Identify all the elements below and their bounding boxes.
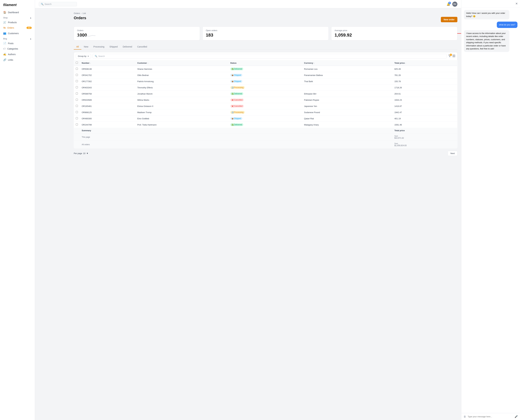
stat-value-avg-price: 1,059.92 <box>335 33 454 38</box>
cell-customer-0: Shana Hammes <box>135 66 228 72</box>
filter-button[interactable]: 0 <box>448 54 451 58</box>
next-button[interactable]: Next <box>448 151 457 156</box>
select-all-header[interactable] <box>74 60 80 66</box>
chat-message-2: I have access to the information about y… <box>464 30 509 52</box>
sidebar-item-dashboard[interactable]: 🏠 Dashboard <box>0 9 35 15</box>
cell-price-2: 155.78 <box>393 78 457 84</box>
row-checkbox-3[interactable] <box>76 86 78 88</box>
sidebar: filament 🏠 Dashboard Shop ▲ 🛒 Products 🛍… <box>0 0 35 420</box>
toolbar-icons: 0 <box>448 54 455 58</box>
row-checkbox-0[interactable] <box>76 68 78 70</box>
group-by-button[interactable]: Group by ▼ <box>76 54 91 59</box>
per-page-select[interactable]: Per page 10 ▼ <box>74 152 88 155</box>
stat-label-open-orders: Open orders <box>206 29 325 32</box>
tab-delivered[interactable]: Delivered <box>120 44 135 50</box>
toolbar-search[interactable]: 🔍 Search <box>93 54 447 59</box>
orders-badge: 222 <box>27 27 32 29</box>
table-row: OR589758 Jonathan Marvin ✅ Delivered Eth… <box>74 91 457 97</box>
cell-status-3: 🔄 Processing <box>228 84 302 91</box>
status-badge-9: ✅ Delivered <box>230 123 244 126</box>
row-checkbox-2[interactable] <box>76 80 78 82</box>
breadcrumb-parent[interactable]: Orders <box>74 12 80 15</box>
sidebar-item-label: Authors <box>8 53 15 56</box>
row-checkbox-9[interactable] <box>76 123 78 126</box>
table-row: OR177302 Patrick Armstrong 📦 Shipped Tha… <box>74 78 457 84</box>
status-badge-5: ❌ Cancelled <box>230 98 244 101</box>
tab-processing[interactable]: Processing <box>91 44 107 50</box>
per-page-label: Per page <box>74 152 82 155</box>
header-search-label: Search <box>45 3 52 5</box>
tab-all[interactable]: All <box>74 44 81 50</box>
cell-status-9: ✅ Delivered <box>228 122 302 128</box>
status-icon-2: 📦 <box>231 81 233 82</box>
col-header-currency[interactable]: Currency ↕ <box>302 60 392 66</box>
row-checkbox-6[interactable] <box>76 105 78 107</box>
cell-currency-8: Qatari Rial <box>302 115 392 122</box>
columns-toggle-button[interactable] <box>452 54 455 58</box>
chat-input[interactable] <box>468 415 513 418</box>
select-all-checkbox[interactable] <box>76 62 78 64</box>
sidebar-item-authors[interactable]: ✍ Authors <box>0 52 35 57</box>
chat-mic-button[interactable]: 🎤 <box>515 415 518 418</box>
sidebar-item-categories[interactable]: 🏷 Categories <box>0 46 35 52</box>
row-checkbox-5[interactable] <box>76 99 78 101</box>
chat-close-button[interactable]: ✕ <box>515 2 518 5</box>
new-order-button[interactable]: New order <box>441 17 457 22</box>
sidebar-item-orders[interactable]: 🛍 Orders 222 <box>0 25 35 30</box>
group-by-label: Group by <box>78 55 86 57</box>
search-icon: 🔍 <box>95 55 97 57</box>
table-toolbar: Group by ▼ 🔍 Search 0 <box>74 52 457 60</box>
pagination-row: Per page 10 ▼ Next <box>74 151 457 156</box>
status-icon-4: ✅ <box>231 93 233 95</box>
svg-rect-2 <box>454 55 455 57</box>
chevron-down-icon: ▼ <box>87 55 89 57</box>
all-orders-sum: Sum $1,059,924.83 <box>393 141 457 148</box>
cell-number-0: OR508138 <box>80 66 135 72</box>
chat-trash-button[interactable]: 🗑 <box>464 415 466 418</box>
sidebar-item-links[interactable]: 🔗 Links <box>0 57 35 63</box>
row-checkbox-8[interactable] <box>76 117 78 119</box>
sidebar-item-posts[interactable]: 📄 Posts <box>0 40 35 46</box>
status-badge-7: 🔄 Processing <box>230 111 245 114</box>
sidebar-item-label: Links <box>8 59 13 61</box>
row-checkbox-7[interactable] <box>76 111 78 113</box>
sidebar-item-products[interactable]: 🛒 Products <box>0 20 35 25</box>
home-icon: 🏠 <box>3 11 6 14</box>
red-arrow-annotation <box>457 33 461 34</box>
header-search[interactable]: 🔍 Search <box>39 2 77 6</box>
cell-currency-1: Panamanian Balboa <box>302 72 392 78</box>
col-header-customer[interactable]: Customer ↕ <box>135 60 228 66</box>
sidebar-item-label: Customers <box>8 32 19 35</box>
cell-price-5: 1934.23 <box>393 97 457 103</box>
cell-number-5: OR633589 <box>80 97 135 103</box>
tab-shipped[interactable]: Shipped <box>107 44 120 50</box>
tab-new[interactable]: New <box>81 44 91 50</box>
cell-customer-2: Patrick Armstrong <box>135 78 228 84</box>
col-header-number[interactable]: Number ↕ <box>80 60 135 66</box>
notifications-button[interactable]: 🔔 8 <box>447 2 450 6</box>
breadcrumb-current: List <box>83 12 86 15</box>
row-checkbox-1[interactable] <box>76 74 78 76</box>
status-badge-1: 📦 Shipped <box>230 74 242 76</box>
chat-input-row: 🗑 🎤 <box>461 413 520 420</box>
all-orders-label: All orders <box>80 141 302 148</box>
filter-badge: 0 <box>450 54 452 56</box>
col-header-total-price[interactable]: Total price ↕ <box>393 60 457 66</box>
table-row: OR633589 Wilma Marks ❌ Cancelled Pakista… <box>74 97 457 103</box>
stats-row: Orders 1000 Open orders 183 Average pric… <box>74 27 457 40</box>
main-content: Orders › List Orders New order Orders 10… <box>70 8 461 420</box>
row-checkbox-4[interactable] <box>76 92 78 95</box>
columns-icon <box>452 54 455 57</box>
status-badge-3: 🔄 Processing <box>230 86 245 89</box>
chevron-up-icon: ▲ <box>30 17 32 19</box>
table-row: OR490300 Eino Gottlieb 📦 Shipped Qatari … <box>74 115 457 122</box>
avatar[interactable]: DU <box>452 2 457 7</box>
stat-label-orders: Orders <box>77 29 197 32</box>
cell-status-4: ✅ Delivered <box>228 91 302 97</box>
cell-customer-6: Eloisa Gislason II <box>135 103 228 109</box>
cell-number-6: OR165481 <box>80 103 135 109</box>
tab-cancelled[interactable]: Cancelled <box>135 44 150 50</box>
table-row: OR244799 Prof. Twila Hartmann ✅ Delivere… <box>74 122 457 128</box>
sidebar-item-label: Categories <box>7 47 18 50</box>
sidebar-item-customers[interactable]: 👥 Customers <box>0 30 35 36</box>
